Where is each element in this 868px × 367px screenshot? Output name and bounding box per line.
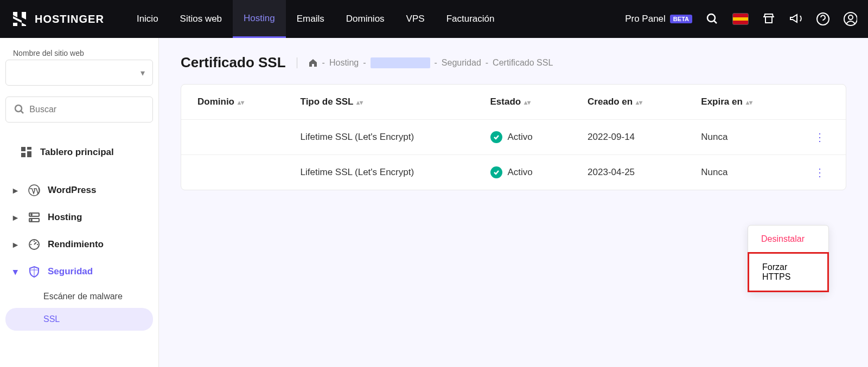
- sort-icon: ▴▾: [356, 101, 363, 104]
- chevron-right-icon: ▸: [13, 185, 20, 196]
- sidebar-sub-malware[interactable]: Escáner de malware: [5, 285, 153, 308]
- pro-panel-label: Pro Panel: [625, 14, 666, 24]
- svg-rect-8: [27, 147, 31, 150]
- table-row: Lifetime SSL (Let's Encrypt) Activo 2023…: [181, 155, 846, 190]
- sort-icon: ▴▾: [746, 101, 752, 104]
- check-circle-icon: [490, 131, 502, 143]
- nav-emails[interactable]: Emails: [286, 0, 335, 38]
- cell-created: 2023-04-25: [571, 155, 685, 190]
- breadcrumb-hosting[interactable]: Hosting: [329, 58, 359, 68]
- nav-sitios-web[interactable]: Sitios web: [169, 0, 233, 38]
- cell-status: Activo: [474, 120, 572, 155]
- row-actions-dropdown: Desinstalar Forzar HTTPS: [748, 225, 829, 292]
- svg-point-2: [817, 13, 829, 25]
- sidebar-search[interactable]: [5, 96, 153, 123]
- pro-panel-link[interactable]: Pro Panel BETA: [625, 14, 692, 24]
- chevron-down-icon: ▾: [13, 266, 20, 278]
- chevron-right-icon: ▸: [13, 239, 20, 250]
- check-circle-icon: [490, 166, 502, 178]
- breadcrumb: - Hosting - - Seguridad - Certificado SS…: [297, 57, 553, 68]
- account-icon[interactable]: [843, 12, 857, 26]
- cell-expires: Nunca: [685, 155, 794, 190]
- nav-inicio[interactable]: Inicio: [126, 0, 169, 38]
- cell-type: Lifetime SSL (Let's Encrypt): [284, 120, 474, 155]
- search-icon: [14, 104, 24, 115]
- logo[interactable]: HOSTINGER: [11, 10, 104, 28]
- page-title: Certificado SSL: [181, 54, 286, 71]
- sidebar-item-wordpress[interactable]: ▸ WordPress: [5, 177, 153, 204]
- svg-point-14: [31, 214, 32, 215]
- chevron-down-icon: ▾: [141, 68, 145, 78]
- sidebar-item-performance[interactable]: ▸ Rendimiento: [5, 231, 153, 258]
- svg-line-6: [21, 111, 24, 114]
- cell-domain: [181, 120, 284, 155]
- wordpress-icon: [28, 184, 40, 196]
- breadcrumb-ssl[interactable]: Certificado SSL: [493, 58, 553, 68]
- sidebar-item-label: Seguridad: [48, 266, 93, 277]
- hostinger-logo-icon: [11, 10, 28, 28]
- search-icon[interactable]: [705, 12, 719, 26]
- logo-text: HOSTINGER: [35, 13, 104, 25]
- svg-rect-7: [21, 147, 25, 151]
- sidebar-item-label: Hosting: [48, 212, 82, 223]
- breadcrumb-security[interactable]: Seguridad: [442, 58, 481, 68]
- main-content: Certificado SSL - Hosting - - Seguridad …: [159, 38, 868, 367]
- nav-vps[interactable]: VPS: [395, 0, 436, 38]
- shield-icon: [28, 266, 40, 278]
- th-created[interactable]: Creado en▴▾: [571, 85, 685, 120]
- svg-point-0: [707, 14, 715, 22]
- th-type[interactable]: Tipo de SSL▴▾: [284, 85, 474, 120]
- nav-facturacion[interactable]: Facturación: [436, 0, 506, 38]
- svg-point-5: [15, 105, 22, 112]
- cell-type: Lifetime SSL (Let's Encrypt): [284, 155, 474, 190]
- help-icon[interactable]: [816, 12, 830, 26]
- svg-rect-9: [27, 151, 31, 157]
- sidebar-search-input[interactable]: [29, 105, 145, 114]
- gauge-icon: [28, 239, 40, 250]
- beta-badge: BETA: [670, 15, 692, 23]
- row-actions-button[interactable]: ⋮: [810, 129, 829, 145]
- sidebar-item-dashboard[interactable]: Tablero principal: [5, 139, 153, 166]
- nav-items: Inicio Sitios web Hosting Emails Dominio…: [126, 0, 506, 38]
- sidebar-item-label: Tablero principal: [40, 147, 114, 158]
- chevron-right-icon: ▸: [13, 212, 20, 223]
- svg-point-4: [848, 15, 853, 20]
- sidebar-item-label: Rendimiento: [48, 239, 104, 250]
- announcement-icon[interactable]: [789, 12, 803, 26]
- th-status[interactable]: Estado▴▾: [474, 85, 572, 120]
- table-row: Lifetime SSL (Let's Encrypt) Activo 2022…: [181, 120, 846, 155]
- sidebar: Nombre del sitio web ▾ Tablero principal…: [0, 38, 159, 367]
- dashboard-icon: [21, 146, 33, 158]
- th-expires[interactable]: Expira en▴▾: [685, 85, 794, 120]
- nav-dominios[interactable]: Dominios: [335, 0, 395, 38]
- language-flag-spain[interactable]: [732, 13, 749, 25]
- cell-created: 2022-09-14: [571, 120, 685, 155]
- cell-status: Activo: [474, 155, 572, 190]
- nav-right: Pro Panel BETA: [625, 12, 857, 26]
- dropdown-uninstall[interactable]: Desinstalar: [748, 226, 828, 253]
- site-select-label: Nombre del sitio web: [5, 49, 153, 57]
- sort-icon: ▴▾: [636, 101, 642, 104]
- sort-icon: ▴▾: [524, 101, 531, 104]
- ssl-table: Dominio▴▾ Tipo de SSL▴▾ Estado▴▾ Creado …: [181, 85, 846, 190]
- cell-expires: Nunca: [685, 120, 794, 155]
- svg-rect-10: [21, 153, 25, 157]
- row-actions-button[interactable]: ⋮: [810, 164, 829, 181]
- site-select[interactable]: ▾: [5, 60, 153, 86]
- sidebar-item-label: WordPress: [48, 185, 96, 196]
- top-nav: HOSTINGER Inicio Sitios web Hosting Emai…: [0, 0, 868, 38]
- dropdown-force-https[interactable]: Forzar HTTPS: [748, 252, 829, 292]
- home-icon[interactable]: [308, 58, 318, 68]
- sidebar-item-hosting[interactable]: ▸ Hosting: [5, 204, 153, 231]
- server-icon: [28, 211, 40, 223]
- svg-point-15: [31, 220, 32, 221]
- cell-domain: [181, 155, 284, 190]
- sidebar-sub-ssl[interactable]: SSL: [5, 308, 153, 331]
- sort-icon: ▴▾: [238, 101, 244, 104]
- ssl-table-card: Dominio▴▾ Tipo de SSL▴▾ Estado▴▾ Creado …: [181, 84, 846, 190]
- nav-hosting[interactable]: Hosting: [233, 0, 286, 38]
- store-icon[interactable]: [762, 12, 776, 26]
- breadcrumb-domain-redacted[interactable]: [371, 57, 430, 68]
- sidebar-item-security[interactable]: ▾ Seguridad: [5, 258, 153, 285]
- th-domain[interactable]: Dominio▴▾: [181, 85, 284, 120]
